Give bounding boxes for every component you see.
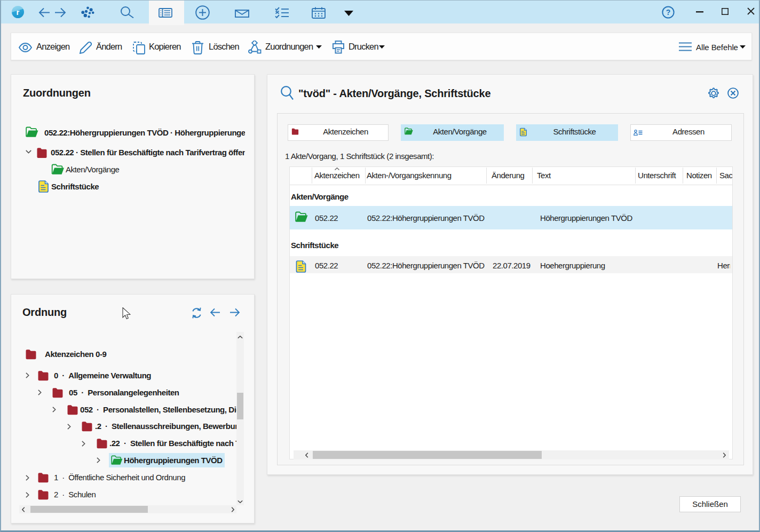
svg-text:?: ? [666, 8, 671, 17]
svg-text:r: r [17, 7, 20, 17]
